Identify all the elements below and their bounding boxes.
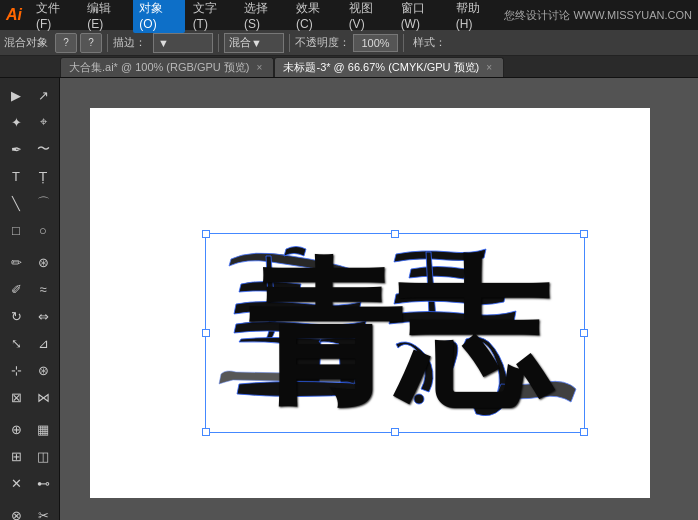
tool-row-2: ✦ ⌖ [3, 109, 56, 135]
gradient-tool[interactable]: ◫ [30, 443, 56, 469]
reflect-tool[interactable]: ⇔ [30, 303, 56, 329]
tab-1[interactable]: 大合集.ai* @ 100% (RGB/GPU 预览) × [60, 57, 274, 77]
symbol-sprayer-tool[interactable]: ⊕ [3, 416, 29, 442]
tool-row-9: ↻ ⇔ [3, 303, 56, 329]
reshape-tool[interactable]: ⊛ [30, 357, 56, 383]
rectangle-tool[interactable]: □ [3, 217, 29, 243]
tool-row-16: ⊗ ✂ [3, 502, 56, 520]
blend-tool[interactable]: ⊗ [3, 502, 29, 520]
toolbar: 混合对象 ? ? 描边： ▼ 混合▼ 不透明度： 样式： [0, 30, 698, 56]
menu-object[interactable]: 对象(O) [133, 0, 184, 33]
lasso-tool[interactable]: ⌖ [30, 109, 56, 135]
menu-file[interactable]: 文件(F) [30, 0, 79, 33]
left-toolbar: ▶ ↗ ✦ ⌖ ✒ 〜 T Ṭ ╲ ⌒ □ ○ ✏ ⊛ ✐ ≈ [0, 78, 60, 520]
tool-row-13: ⊕ ▦ [3, 416, 56, 442]
tab-1-label: 大合集.ai* @ 100% (RGB/GPU 预览) [69, 60, 249, 75]
tab-2-close[interactable]: × [483, 62, 495, 74]
tool-row-3: ✒ 〜 [3, 136, 56, 162]
eyedropper-tool[interactable]: ✕ [3, 470, 29, 496]
curvature-tool[interactable]: 〜 [30, 136, 56, 162]
touch-type-tool[interactable]: Ṭ [30, 163, 56, 189]
tool-row-7: ✏ ⊛ [3, 249, 56, 275]
toolbar-sep4 [403, 34, 404, 52]
tool-row-12: ⊠ ⋈ [3, 384, 56, 410]
menu-select[interactable]: 选择(S) [238, 0, 288, 33]
canvas-background [90, 108, 650, 498]
measure-tool[interactable]: ⊷ [30, 470, 56, 496]
menu-edit[interactable]: 编辑(E) [81, 0, 131, 33]
scissors-tool[interactable]: ✂ [30, 502, 56, 520]
main-area: ▶ ↗ ✦ ⌖ ✒ 〜 T Ṭ ╲ ⌒ □ ○ ✏ ⊛ ✐ ≈ [0, 78, 698, 520]
menu-bar: 文件(F) 编辑(E) 对象(O) 文字(T) 选择(S) 效果(C) 视图(V… [30, 0, 500, 33]
tab-1-close[interactable]: × [253, 62, 265, 74]
stroke-label: 描边： [113, 35, 146, 50]
toolbar-question-btn2[interactable]: ? [80, 33, 102, 53]
stroke-dropdown[interactable]: ▼ [153, 33, 213, 53]
mesh-tool[interactable]: ⊞ [3, 443, 29, 469]
toolbar-question-btn1[interactable]: ? [55, 33, 77, 53]
blob-brush-tool[interactable]: ⊛ [30, 249, 56, 275]
selection-tool[interactable]: ▶ [3, 82, 29, 108]
menu-effect[interactable]: 效果(C) [290, 0, 341, 33]
toolbar-sep1 [107, 34, 108, 52]
direct-selection-tool[interactable]: ↗ [30, 82, 56, 108]
magic-wand-tool[interactable]: ✦ [3, 109, 29, 135]
canvas-area[interactable]: 青志 [60, 78, 698, 520]
smooth-tool[interactable]: ≈ [30, 276, 56, 302]
blend-mode-dropdown[interactable]: 混合▼ [224, 33, 284, 53]
menu-type[interactable]: 文字(T) [187, 0, 236, 33]
tool-row-8: ✐ ≈ [3, 276, 56, 302]
tool-row-4: T Ṭ [3, 163, 56, 189]
shear-tool[interactable]: ⊿ [30, 330, 56, 356]
tab-2-label: 未标题-3* @ 66.67% (CMYK/GPU 预览) [283, 60, 479, 75]
rotate-tool[interactable]: ↻ [3, 303, 29, 329]
toolbar-sep2 [218, 34, 219, 52]
opacity-input[interactable] [353, 34, 398, 52]
warp-tool[interactable]: ⊹ [3, 357, 29, 383]
toolbar-label: 混合对象 [4, 35, 48, 50]
puppet-warp-tool[interactable]: ⋈ [30, 384, 56, 410]
tab-2[interactable]: 未标题-3* @ 66.67% (CMYK/GPU 预览) × [274, 57, 504, 77]
menu-window[interactable]: 窗口(W) [395, 0, 448, 33]
tool-row-1: ▶ ↗ [3, 82, 56, 108]
style-label: 样式： [409, 35, 450, 50]
tool-row-14: ⊞ ◫ [3, 443, 56, 469]
window-title-right: 您终设计讨论 WWW.MISSYUAN.CON [504, 8, 692, 23]
type-tool[interactable]: T [3, 163, 29, 189]
ai-logo: Ai [6, 6, 22, 24]
line-tool[interactable]: ╲ [3, 190, 29, 216]
opacity-label: 不透明度： [295, 35, 350, 50]
pencil-tool[interactable]: ✐ [3, 276, 29, 302]
title-bar: Ai 文件(F) 编辑(E) 对象(O) 文字(T) 选择(S) 效果(C) 视… [0, 0, 698, 30]
paintbrush-tool[interactable]: ✏ [3, 249, 29, 275]
tab-bar: 大合集.ai* @ 100% (RGB/GPU 预览) × 未标题-3* @ 6… [0, 56, 698, 78]
menu-view[interactable]: 视图(V) [343, 0, 393, 33]
arc-tool[interactable]: ⌒ [30, 190, 56, 216]
column-graph-tool[interactable]: ▦ [30, 416, 56, 442]
tool-row-6: □ ○ [3, 217, 56, 243]
ellipse-tool[interactable]: ○ [30, 217, 56, 243]
tool-row-10: ⤡ ⊿ [3, 330, 56, 356]
scale-tool[interactable]: ⤡ [3, 330, 29, 356]
menu-help[interactable]: 帮助(H) [450, 0, 501, 33]
free-transform-tool[interactable]: ⊠ [3, 384, 29, 410]
tool-row-5: ╲ ⌒ [3, 190, 56, 216]
tool-row-15: ✕ ⊷ [3, 470, 56, 496]
toolbar-sep3 [289, 34, 290, 52]
pen-tool[interactable]: ✒ [3, 136, 29, 162]
tool-row-11: ⊹ ⊛ [3, 357, 56, 383]
